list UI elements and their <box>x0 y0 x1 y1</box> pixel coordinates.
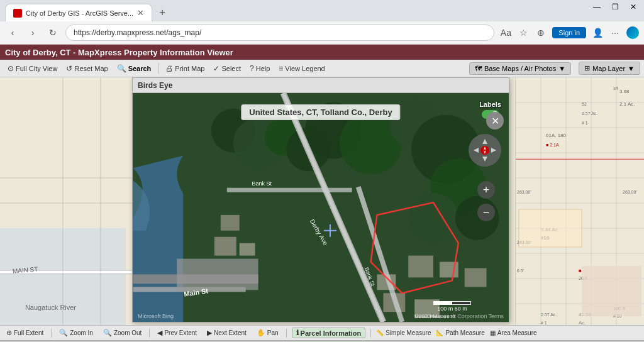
next-extent-button[interactable]: ▶ Next Extent <box>204 328 249 338</box>
simple-measure-icon: 📏 <box>376 329 384 336</box>
map-layer-button[interactable]: ⊞ Map Layer ▼ <box>579 62 640 75</box>
search-button[interactable]: 🔍 Search <box>113 63 155 74</box>
zoom-in-status-button[interactable]: 🔍 Zoom In <box>57 328 96 338</box>
svg-text:52: 52 <box>582 102 587 106</box>
map-panel[interactable]: MAIN ST Naugatuck River Birds Eye <box>0 77 515 325</box>
maximize-button[interactable]: ❐ <box>612 3 619 11</box>
new-tab-button[interactable]: + <box>155 5 170 20</box>
status-separator-3 <box>286 329 287 338</box>
print-icon: 🖨 <box>165 64 173 73</box>
simple-measure-button[interactable]: 📏 Simple Measure <box>376 329 431 336</box>
base-maps-icon: 🗺 <box>475 65 482 72</box>
zoom-out-status-button[interactable]: 🔍 Zoom Out <box>101 328 144 338</box>
svg-point-24 <box>408 193 458 243</box>
help-icon: ? <box>250 64 254 73</box>
base-maps-chevron: ▼ <box>558 65 565 72</box>
svg-text:Naugatuck River: Naugatuck River <box>25 304 76 311</box>
svg-text:3.68: 3.68 <box>619 89 630 94</box>
zoom-in-button[interactable]: + <box>477 181 495 199</box>
zoom-controls[interactable]: + − <box>477 181 495 221</box>
svg-rect-35 <box>465 268 487 287</box>
parcel-information-button[interactable]: ℹ Parcel Information <box>292 328 366 338</box>
more-options-icon[interactable]: ··· <box>609 26 621 39</box>
address-bar[interactable] <box>65 25 494 41</box>
select-button[interactable]: ✓ Select <box>209 63 245 74</box>
favorites-bar-icon[interactable]: ⊕ <box>535 26 547 39</box>
svg-text:263.00': 263.00' <box>623 190 637 194</box>
svg-text:2.57 Ac.: 2.57 Ac. <box>541 312 557 317</box>
prev-extent-icon: ◀ <box>157 329 162 337</box>
forward-button[interactable]: › <box>25 25 40 40</box>
app-header: City of Derby, CT - MapXpress Property I… <box>0 45 644 60</box>
full-extent-button[interactable]: ⊕ Full Extent <box>4 328 46 338</box>
map-layer-icon: ⊞ <box>584 64 590 72</box>
nav-controls[interactable] <box>469 134 501 167</box>
zoom-out-button[interactable]: − <box>477 204 495 221</box>
browser-tab[interactable]: City of Derby GIS - ArcGIS Serve... ✕ <box>5 4 152 21</box>
reset-map-icon: ↺ <box>66 64 72 73</box>
tab-favicon <box>13 9 22 18</box>
app-title: City of Derby, CT - MapXpress Property I… <box>5 48 233 57</box>
sign-in-button[interactable]: Sign in <box>552 27 586 38</box>
svg-text:# 1: # 1 <box>541 321 547 325</box>
view-legend-button[interactable]: ≡ View Legend <box>275 63 328 74</box>
aerial-photo: Main St <box>133 93 509 322</box>
svg-rect-30 <box>214 237 236 256</box>
reset-map-button[interactable]: ↺ Reset Map <box>62 63 111 74</box>
profile-icon[interactable]: 👤 <box>591 26 604 39</box>
status-separator-1 <box>51 329 52 338</box>
svg-marker-53 <box>491 148 496 153</box>
pan-button[interactable]: ✋ Pan <box>254 328 281 338</box>
help-button[interactable]: ? Help <box>246 63 274 74</box>
svg-text:2.57 Ac.: 2.57 Ac. <box>582 111 597 116</box>
dialog-header: Birds Eye <box>133 78 509 93</box>
svg-marker-51 <box>482 157 487 162</box>
close-button[interactable]: ✕ <box>630 3 636 11</box>
prev-extent-button[interactable]: ◀ Prev Extent <box>155 328 199 338</box>
legend-icon: ≡ <box>279 64 283 73</box>
birds-eye-dialog: Birds Eye <box>132 77 509 323</box>
aerial-svg: Main St <box>133 93 509 322</box>
pan-arrows-icon <box>471 136 499 164</box>
status-separator-2 <box>149 329 150 338</box>
full-city-view-button[interactable]: ⊙ Full City View <box>4 63 61 74</box>
base-maps-button[interactable]: 🗺 Base Maps / Air Photos ▼ <box>469 62 571 75</box>
svg-rect-17 <box>177 259 258 290</box>
svg-text:2.1 Ac.: 2.1 Ac. <box>619 101 635 107</box>
svg-text:34: 34 <box>613 86 618 91</box>
svg-rect-32 <box>221 215 240 231</box>
refresh-button[interactable]: ↻ <box>45 25 60 40</box>
close-dialog-button[interactable]: ✕ <box>486 112 504 130</box>
edge-icon <box>626 26 639 39</box>
svg-text:61A. 180: 61A. 180 <box>546 133 567 138</box>
search-icon: 🔍 <box>117 64 126 73</box>
toolbar-separator <box>158 63 158 74</box>
select-icon: ✓ <box>213 64 219 73</box>
pan-control[interactable] <box>469 134 501 167</box>
right-panel: 3.68 2.1 Ac. 263.00' 263.00' 0.44 Ac. #1… <box>515 77 644 325</box>
minimize-button[interactable]: — <box>593 3 601 11</box>
toolbar: ⊙ Full City View ↺ Reset Map 🔍 Search 🖨 … <box>0 60 644 77</box>
area-measure-button[interactable]: ▦ Area Measure <box>490 329 537 336</box>
path-measure-icon: 📐 <box>436 329 443 336</box>
area-measure-icon: ▦ <box>490 329 496 336</box>
map-layer-chevron: ▼ <box>628 65 635 72</box>
favorites-icon[interactable]: ☆ <box>517 26 530 39</box>
scale-label: 100 m 60 m <box>437 306 467 312</box>
print-map-button[interactable]: 🖨 Print Map <box>162 63 208 74</box>
read-aloud-icon[interactable]: Aa <box>499 26 512 39</box>
dialog-title: Birds Eye <box>138 81 172 90</box>
svg-rect-90 <box>516 159 644 160</box>
tab-title: City of Derby GIS - ArcGIS Serve... <box>26 9 133 17</box>
main-content: MAIN ST Naugatuck River Birds Eye <box>0 77 644 325</box>
svg-text:■ 2.1A: ■ 2.1A <box>546 143 559 147</box>
dialog-body: Main St <box>133 93 509 322</box>
scale-line <box>433 301 471 305</box>
full-city-view-icon: ⊙ <box>8 64 14 73</box>
back-button[interactable]: ‹ <box>5 25 20 40</box>
tab-close-button[interactable]: ✕ <box>137 8 144 18</box>
svg-marker-50 <box>482 139 487 144</box>
path-measure-button[interactable]: 📐 Path Measure <box>436 329 484 336</box>
svg-text:263.00': 263.00' <box>517 190 531 194</box>
svg-rect-33 <box>408 256 433 278</box>
